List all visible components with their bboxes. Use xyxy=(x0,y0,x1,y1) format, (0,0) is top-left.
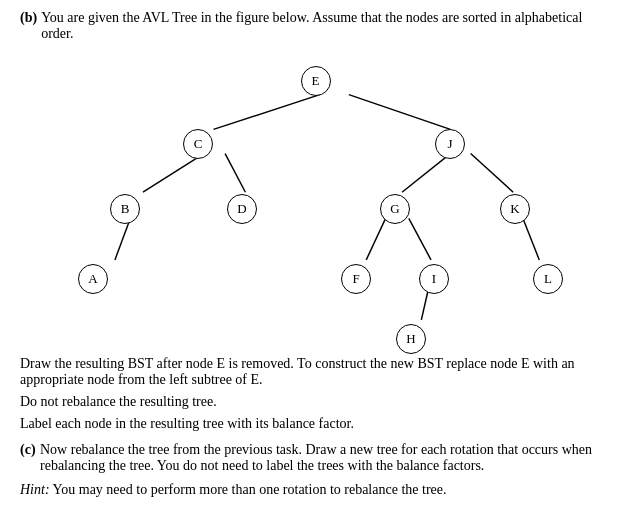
section-b: (b) You are given the AVL Tree in the fi… xyxy=(20,10,611,432)
instruction-3: Label each node in the resulting tree wi… xyxy=(20,416,611,432)
svg-line-0 xyxy=(214,95,320,130)
node-A: A xyxy=(78,264,108,294)
svg-line-9 xyxy=(523,218,539,260)
section-b-label: (b) xyxy=(20,10,37,26)
svg-line-6 xyxy=(115,218,130,260)
node-F: F xyxy=(341,264,371,294)
section-c-text: Now rebalance the tree from the previous… xyxy=(40,442,611,474)
svg-line-2 xyxy=(143,154,204,193)
instruction-1: Draw the resulting BST after node E is r… xyxy=(20,356,611,388)
hint-text: Hint: You may need to perform more than … xyxy=(20,482,611,498)
node-H: H xyxy=(396,324,426,354)
svg-line-7 xyxy=(366,218,385,260)
section-b-text: You are given the AVL Tree in the figure… xyxy=(41,10,611,42)
tree-diagram: E C J B D G K A F I L H xyxy=(20,54,611,344)
node-K: K xyxy=(500,194,530,224)
node-D: D xyxy=(227,194,257,224)
svg-line-3 xyxy=(225,154,245,193)
svg-line-5 xyxy=(471,154,514,193)
node-G: G xyxy=(380,194,410,224)
svg-line-1 xyxy=(349,95,451,130)
section-c-label: (c) xyxy=(20,442,36,458)
instructions: Draw the resulting BST after node E is r… xyxy=(20,356,611,432)
node-L: L xyxy=(533,264,563,294)
svg-line-8 xyxy=(409,218,431,260)
node-J: J xyxy=(435,129,465,159)
node-I: I xyxy=(419,264,449,294)
instruction-2: Do not rebalance the resulting tree. xyxy=(20,394,611,410)
node-E: E xyxy=(301,66,331,96)
hint-label: Hint: xyxy=(20,482,50,497)
node-C: C xyxy=(183,129,213,159)
svg-line-4 xyxy=(402,154,450,193)
node-B: B xyxy=(110,194,140,224)
hint-content: You may need to perform more than one ro… xyxy=(53,482,447,497)
section-c: (c) Now rebalance the tree from the prev… xyxy=(20,442,611,498)
